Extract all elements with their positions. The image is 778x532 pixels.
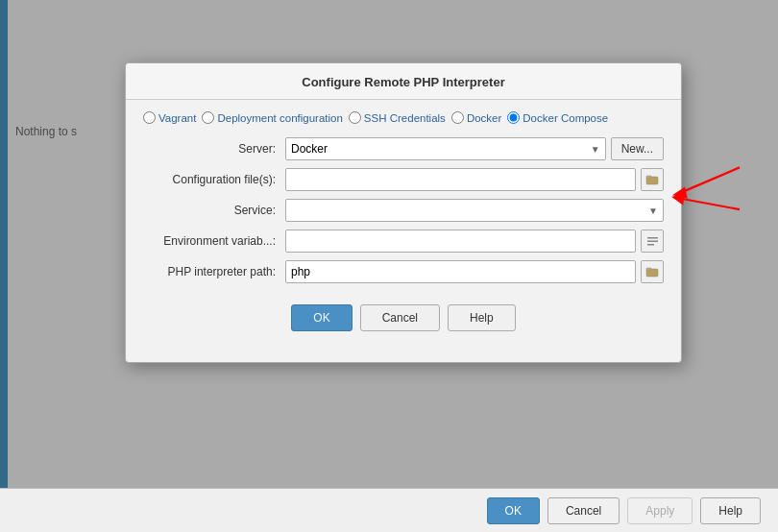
radio-docker-label: Docker [467,112,501,124]
svg-rect-6 [646,268,651,270]
dialog-body: Vagrant Deployment configuration SSH Cre… [126,100,681,362]
server-new-button[interactable]: New... [611,137,664,160]
radio-options-row: Vagrant Deployment configuration SSH Cre… [143,111,664,124]
php-path-control-wrap [285,260,664,283]
svg-rect-2 [647,237,658,239]
config-files-control-wrap [285,168,664,191]
configure-dialog: Configure Remote PHP Interpreter Vagrant… [125,62,682,363]
env-vars-edit-button[interactable] [641,230,664,253]
radio-docker-input[interactable] [451,111,464,124]
radio-docker-compose-label: Docker Compose [523,112,608,124]
php-path-input[interactable] [285,260,636,283]
radio-docker[interactable]: Docker [451,111,501,124]
radio-ssh-label: SSH Credentials [364,112,446,124]
config-files-label: Configuration file(s): [143,173,285,186]
php-path-browse-button[interactable] [641,260,664,283]
server-select[interactable]: Docker [285,137,606,160]
edit-icon [646,235,659,248]
service-control-wrap: ▼ [285,199,664,222]
radio-deployment[interactable]: Deployment configuration [202,111,342,124]
radio-deployment-label: Deployment configuration [217,112,342,124]
config-files-row: Configuration file(s): [143,168,664,191]
radio-deployment-input[interactable] [202,111,214,124]
server-select-wrap: Docker ▼ [285,137,606,160]
php-path-label: PHP interpreter path: [143,265,285,278]
config-files-input[interactable] [285,168,636,191]
bottom-help-button[interactable]: Help [700,497,761,524]
env-vars-control-wrap [285,230,664,253]
env-vars-input[interactable] [285,230,636,253]
dialog-ok-button[interactable]: OK [291,304,352,331]
radio-docker-compose-input[interactable] [507,111,520,124]
php-path-row: PHP interpreter path: [143,260,664,283]
dialog-cancel-button[interactable]: Cancel [360,304,440,331]
service-row: Service: ▼ [143,199,664,222]
dialog-help-button[interactable]: Help [448,304,516,331]
svg-rect-3 [647,240,658,242]
bottom-apply-button[interactable]: Apply [627,497,693,524]
env-vars-row: Environment variab...: [143,230,664,253]
radio-ssh[interactable]: SSH Credentials [349,111,446,124]
radio-docker-compose[interactable]: Docker Compose [507,111,608,124]
bottom-cancel-button[interactable]: Cancel [547,497,620,524]
svg-rect-1 [646,176,651,178]
server-label: Server: [143,142,285,156]
config-files-browse-button[interactable] [641,168,664,191]
bottom-bar: OK Cancel Apply Help [0,488,778,532]
svg-rect-4 [647,244,654,246]
service-select[interactable] [285,199,664,222]
env-vars-label: Environment variab...: [143,234,285,248]
service-label: Service: [143,204,285,217]
folder-icon [645,173,659,186]
radio-vagrant[interactable]: Vagrant [143,111,196,124]
bottom-ok-button[interactable]: OK [487,497,540,524]
server-control-wrap: Docker ▼ New... [285,137,664,160]
folder-icon-2 [645,265,659,278]
dialog-title: Configure Remote PHP Interpreter [126,63,681,100]
radio-ssh-input[interactable] [349,111,361,124]
radio-vagrant-label: Vagrant [158,112,196,124]
server-row: Server: Docker ▼ New... [143,137,664,160]
dialog-footer: OK Cancel Help [143,291,664,347]
radio-vagrant-input[interactable] [143,111,156,124]
service-select-wrap: ▼ [285,199,664,222]
